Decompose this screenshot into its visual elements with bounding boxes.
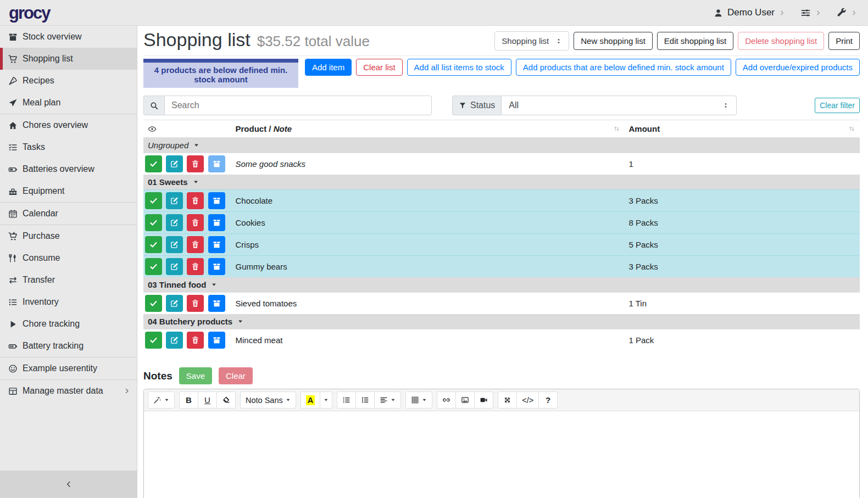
sidebar-collapse-button[interactable] [0, 471, 137, 498]
notes-save-button[interactable]: Save [179, 367, 212, 384]
edit-item-button[interactable] [166, 258, 183, 275]
add-overdue-expired-button[interactable]: Add overdue/expired products [736, 59, 860, 76]
sidebar-item-transfer[interactable]: Transfer [0, 269, 137, 291]
edit-item-button[interactable] [166, 192, 183, 209]
insert-link-button[interactable] [437, 391, 456, 409]
sidebar-item-chore-tracking[interactable]: Chore tracking [0, 313, 137, 335]
remove-format-button[interactable] [216, 391, 236, 409]
sidebar-item-stock-overview[interactable]: Stock overview [0, 26, 137, 48]
mark-done-button[interactable] [145, 332, 162, 349]
sidebar-item-batteries-overview[interactable]: Batteries overview [0, 158, 137, 180]
column-amount-header[interactable]: Amount [625, 120, 860, 138]
ordered-list-button[interactable] [355, 391, 375, 409]
insert-table-button[interactable] [405, 391, 432, 409]
sidebar-item-consume[interactable]: Consume [0, 247, 137, 269]
caret-down-icon [193, 142, 199, 148]
group-toggle[interactable]: 01 Sweets [148, 177, 199, 187]
mark-done-button[interactable] [145, 258, 162, 275]
clear-list-button[interactable]: Clear list [356, 59, 402, 76]
sidebar-item-purchase[interactable]: Purchase [0, 225, 137, 247]
group-toggle[interactable]: Ungrouped [148, 141, 199, 150]
clear-filter-button[interactable]: Clear filter [815, 98, 860, 113]
chevron-left-icon [65, 480, 73, 488]
group-toggle[interactable]: 03 Tinned food [148, 280, 217, 289]
mark-done-button[interactable] [145, 295, 162, 312]
status-filter-select[interactable]: All [501, 96, 737, 115]
add-to-stock-button[interactable] [208, 258, 225, 275]
mark-done-button[interactable] [145, 236, 162, 253]
font-color-button[interactable]: A [301, 391, 320, 409]
sidebar-item-battery-tracking[interactable]: Battery tracking [0, 335, 137, 357]
caret-down-icon [391, 398, 396, 402]
column-visibility-header[interactable] [143, 120, 231, 138]
font-color-caret-button[interactable] [320, 391, 332, 409]
add-to-stock-button[interactable] [208, 214, 225, 231]
edit-item-button[interactable] [166, 214, 183, 231]
new-shopping-list-button[interactable]: New shopping list [574, 32, 653, 50]
delete-item-button[interactable] [187, 155, 204, 172]
insert-video-button[interactable] [474, 391, 493, 409]
column-product-note-header[interactable]: Product / Note [231, 120, 625, 138]
fullscreen-button[interactable] [498, 391, 517, 409]
sidebar-item-shopping-list[interactable]: Shopping list [0, 48, 137, 70]
edit-item-button[interactable] [166, 295, 183, 312]
style-magic-button[interactable] [148, 391, 175, 409]
sidebar-item-meal-plan[interactable]: Meal plan [0, 92, 137, 114]
user-menu[interactable]: Demo User [714, 7, 785, 18]
insert-image-button[interactable] [455, 391, 475, 409]
add-to-stock-button[interactable] [208, 295, 225, 312]
delete-item-button[interactable] [187, 214, 204, 231]
notes-edit-area[interactable] [144, 411, 859, 498]
code-view-button[interactable]: </> [516, 391, 539, 409]
edit-shopping-list-button[interactable]: Edit shopping list [657, 32, 733, 50]
unordered-list-button[interactable] [337, 391, 356, 409]
sidebar-item-example-userentity[interactable]: Example userentity [0, 357, 137, 379]
help-button[interactable]: ? [538, 391, 558, 409]
add-all-to-stock-button[interactable]: Add all list items to stock [407, 59, 511, 76]
sidebar-item-manage-master-data[interactable]: Manage master data [0, 380, 137, 402]
battery-charging-icon [8, 342, 18, 351]
check-icon [149, 299, 158, 307]
status-filter-group: Status All [452, 96, 737, 115]
delete-item-button[interactable] [187, 258, 204, 275]
sidebar-item-label: Transfer [23, 275, 55, 285]
search-input[interactable] [164, 96, 432, 115]
sidebar-item-recipes[interactable]: Recipes [0, 70, 137, 92]
notes-clear-button[interactable]: Clear [219, 367, 253, 384]
delete-item-button[interactable] [187, 192, 204, 209]
edit-item-button[interactable] [166, 155, 183, 172]
group-header-ungrouped: Ungrouped [143, 138, 860, 153]
print-button[interactable]: Print [828, 32, 860, 50]
delete-shopping-list-button[interactable]: Delete shopping list [738, 32, 824, 50]
sidebar-item-tasks[interactable]: Tasks [0, 136, 137, 158]
paragraph-align-button[interactable] [374, 391, 401, 409]
delete-item-button[interactable] [187, 236, 204, 253]
item-product: Minced meat [236, 335, 283, 345]
mark-done-button[interactable] [145, 192, 162, 209]
delete-item-button[interactable] [187, 295, 204, 312]
sidebar-item-equipment[interactable]: Equipment [0, 180, 137, 202]
add-to-stock-button[interactable] [208, 236, 225, 253]
mark-done-button[interactable] [145, 214, 162, 231]
mark-done-button[interactable] [145, 155, 162, 172]
add-item-button[interactable]: Add item [305, 59, 352, 76]
sidebar-item-chores-overview[interactable]: Chores overview [0, 114, 137, 136]
add-to-stock-button[interactable] [208, 192, 225, 209]
grocy-logo[interactable]: grocy [9, 4, 49, 21]
sidebar-item-inventory[interactable]: Inventory [0, 291, 137, 313]
sidebar-item-calendar[interactable]: Calendar [0, 203, 137, 225]
settings-menu[interactable] [800, 8, 821, 18]
admin-menu[interactable] [837, 8, 857, 18]
shopping-list-select[interactable]: Shopping list [494, 31, 569, 51]
status-filter-label: Status [470, 100, 495, 110]
group-toggle[interactable]: 04 Butchery products [148, 317, 243, 326]
add-to-stock-button[interactable] [208, 332, 225, 349]
bold-button[interactable]: B [179, 391, 198, 409]
delete-item-button[interactable] [187, 332, 204, 349]
font-family-button[interactable]: Noto Sans [240, 391, 296, 409]
add-below-min-stock-button[interactable]: Add products that are below defined min.… [516, 59, 731, 76]
group-name: 01 Sweets [148, 177, 188, 187]
underline-button[interactable]: U [198, 391, 217, 409]
edit-item-button[interactable] [166, 236, 183, 253]
edit-item-button[interactable] [166, 332, 183, 349]
